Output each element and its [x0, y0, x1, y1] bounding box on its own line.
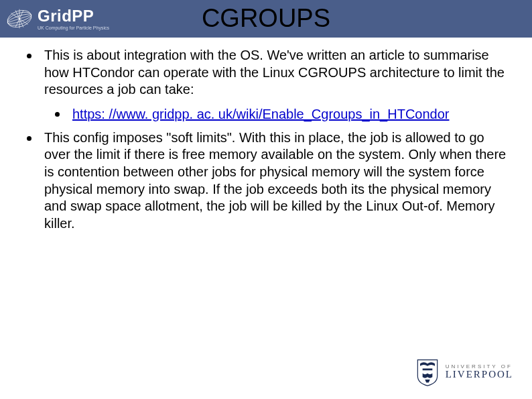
grid-globe-icon — [5, 5, 34, 33]
liverpool-crest-icon — [415, 357, 440, 387]
logo-main-text: GridPP — [38, 8, 109, 24]
bullet-2-text: This config imposes "soft limits". With … — [44, 130, 506, 231]
header-bar: GridPP UK Computing for Particle Physics… — [0, 0, 532, 38]
content-area: This is about integration with the OS. W… — [0, 38, 532, 232]
university-text: UNIVERSITY OF LIVERPOOL — [446, 364, 513, 380]
bullet-list-2: This config imposes "soft limits". With … — [19, 129, 513, 233]
sub-bullet-list: https: //www. gridpp. ac. uk/wiki/Enable… — [19, 105, 513, 123]
university-logo: UNIVERSITY OF LIVERPOOL — [415, 357, 513, 387]
sub-bullet-item: https: //www. gridpp. ac. uk/wiki/Enable… — [55, 105, 513, 123]
bullet-list: This is about integration with the OS. W… — [19, 47, 513, 99]
gridpp-logo: GridPP UK Computing for Particle Physics — [0, 5, 109, 33]
logo-sub-text: UK Computing for Particle Physics — [38, 25, 109, 30]
bullet-item-2: This config imposes "soft limits". With … — [27, 129, 513, 233]
svg-rect-8 — [422, 369, 432, 371]
slide-title: CGROUPS — [202, 4, 330, 33]
bullet-1-text: This is about integration with the OS. W… — [44, 48, 505, 97]
bullet-item-1: This is about integration with the OS. W… — [27, 47, 513, 99]
wiki-link[interactable]: https: //www. gridpp. ac. uk/wiki/Enable… — [72, 107, 450, 121]
logo-text: GridPP UK Computing for Particle Physics — [38, 8, 109, 30]
university-bottom-text: LIVERPOOL — [446, 369, 513, 380]
